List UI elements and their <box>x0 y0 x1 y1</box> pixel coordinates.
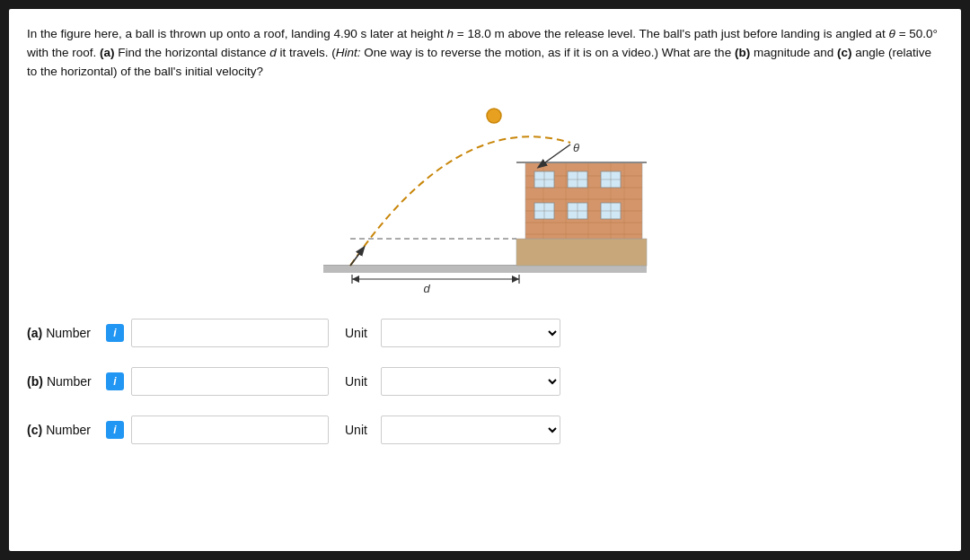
part-letter-b: (b) <box>27 374 43 389</box>
unit-label-a: Unit <box>345 326 374 340</box>
unit-select-b[interactable]: m/s km/h <box>381 367 560 396</box>
unit-label-c: Unit <box>345 423 374 437</box>
svg-marker-43 <box>352 276 359 283</box>
svg-point-36 <box>487 109 501 123</box>
answer-word-a: Number <box>46 326 91 340</box>
svg-line-37 <box>350 248 364 266</box>
svg-text:d: d <box>423 282 430 295</box>
problem-text: In the figure here, a ball is thrown up … <box>27 25 943 82</box>
svg-rect-1 <box>323 266 647 273</box>
answer-row-c: (c) Number i Unit ° rad <box>27 416 943 444</box>
part-letter-c: (c) <box>27 423 42 437</box>
number-input-a[interactable] <box>131 319 329 347</box>
svg-rect-2 <box>516 239 647 266</box>
info-icon-b[interactable]: i <box>106 372 124 390</box>
answer-row-b: (b) Number i Unit m/s km/h <box>27 367 943 396</box>
answer-word-b: Number <box>47 374 92 389</box>
info-icon-a[interactable]: i <box>106 324 124 342</box>
info-icon-c[interactable]: i <box>106 421 124 439</box>
answers-section: (a) Number i Unit m km (b) Number i Unit <box>27 319 943 444</box>
answer-label-c: (c) Number <box>27 423 99 437</box>
unit-label-b: Unit <box>345 374 374 389</box>
unit-select-c[interactable]: ° rad <box>381 416 560 444</box>
answer-label-a: (a) Number <box>27 326 99 340</box>
unit-select-a[interactable]: m km <box>381 319 560 347</box>
figure-container: θ d <box>27 91 943 297</box>
svg-marker-44 <box>512 276 519 283</box>
number-input-b[interactable] <box>131 367 329 396</box>
answer-label-b: (b) Number <box>27 374 99 389</box>
svg-text:θ: θ <box>573 141 579 154</box>
page-container: In the figure here, a ball is thrown up … <box>9 9 961 551</box>
part-letter-a: (a) <box>27 326 42 340</box>
answer-row-a: (a) Number i Unit m km <box>27 319 943 347</box>
number-input-c[interactable] <box>131 416 329 444</box>
figure-svg: θ d <box>296 91 674 297</box>
answer-word-c: Number <box>46 423 91 437</box>
